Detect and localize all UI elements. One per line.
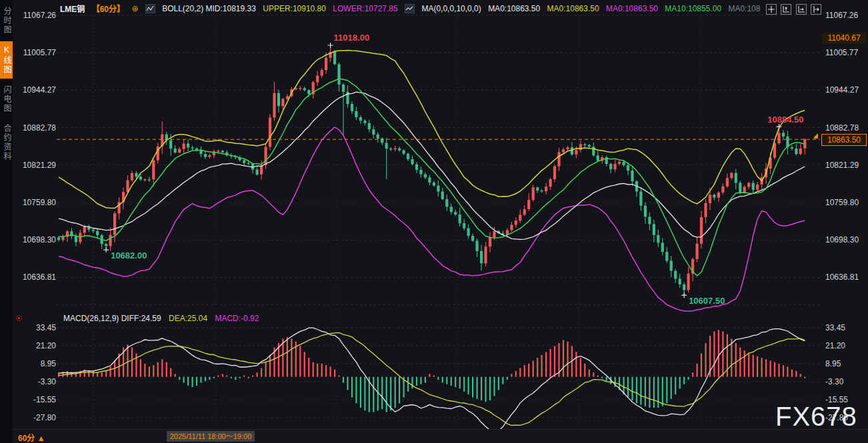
axis-tick-label: -27.80 (33, 413, 56, 422)
chart-toolbar (765, 3, 821, 15)
axis-tick-label: 33.45 (36, 323, 56, 332)
indicator-header: LME铜 【60分】 ⊕ BOLL(20,2) MID:10819.33 UPP… (60, 3, 765, 13)
price-annotations: 11018.0010682.0010884.5010607.50 (103, 33, 803, 306)
axis-tick-label: 11067.26 (23, 11, 56, 20)
session-high-marker: 11040.67 (822, 33, 866, 43)
ma-value-1: MA0:10863.50 (488, 4, 540, 13)
axis-tick-label: 11067.26 (825, 11, 858, 20)
macd-diff-value: MACD(26,12,9) DIFF:24.59 (63, 314, 161, 323)
macd-indicator-icon[interactable] (15, 313, 23, 325)
ma-value-5: MA0:108 (728, 4, 760, 13)
instrument-name: LME铜 (60, 5, 85, 14)
axis-tick-label: 8.95 (41, 359, 57, 368)
crosshair-icon[interactable] (766, 4, 777, 15)
axis-tick-label: -3.30 (825, 377, 844, 386)
time-axis-bar: 60分 ▲ 2025/11/11 18:00～19:00 二 (0, 429, 868, 443)
overlay-lines (59, 50, 805, 311)
ma-params: MA(0,0,0,10,0,0) (421, 4, 481, 13)
boll-mid-value: BOLL(20,2) MID:10819.33 (162, 4, 256, 13)
axis-tick-label: 33.45 (825, 323, 845, 332)
chart-canvas[interactable]: 11018.0010682.0010884.5010607.5011067.26… (0, 0, 868, 443)
axis-tick-label: 10698.30 (825, 235, 859, 244)
sidebar-tab-lightning-chart[interactable]: 闪电图 (0, 81, 13, 117)
boll-upper-value: UPPER:10910.80 (263, 4, 326, 13)
axis-tick-label: -3.30 (38, 377, 57, 386)
settings-icon[interactable]: ⊕ (131, 4, 138, 13)
axis-labels: 11067.2611067.2611005.7711005.7710944.27… (23, 11, 859, 441)
ma-value-2: MA0:10863.50 (547, 4, 599, 13)
pan-x-axis-icon[interactable] (796, 4, 807, 15)
chart-type-sidebar: 分时图 K线图 闪电图 合约资料 (0, 0, 13, 443)
axis-tick-label: 21.20 (825, 341, 845, 350)
fx678-watermark: FX678 (775, 402, 857, 432)
axis-tick-label: -15.55 (33, 395, 56, 404)
axis-tick-label: 11005.77 (825, 48, 858, 57)
macd-dea-value: DEA:25.04 (169, 314, 207, 323)
ma-indicator-icon[interactable] (405, 4, 415, 13)
macd-hist-value: MACD:-0.92 (215, 314, 259, 323)
axis-tick-label: 10636.81 (23, 272, 56, 282)
boll-lower-value: LOWER:10727.85 (333, 4, 397, 13)
axis-tick-label: 10944.27 (825, 85, 859, 95)
price-up-arrow-icon (812, 130, 820, 142)
axis-tick-label: 10882.78 (23, 123, 56, 133)
axis-tick-label: 21.20 (36, 341, 56, 350)
extreme-price-label: 10884.50 (767, 115, 803, 125)
axis-tick-label: 10759.80 (23, 198, 56, 207)
extreme-price-label: 11018.00 (334, 33, 370, 43)
axis-tick-label: 10944.27 (23, 85, 56, 95)
extreme-price-label: 10682.00 (111, 250, 147, 260)
ma10-value: MA10:10855.00 (665, 4, 721, 13)
macd-lines (59, 328, 805, 433)
sidebar-tab-kline-chart[interactable]: K线图 (0, 41, 13, 79)
ma-value-3: MA0:10863.50 (606, 4, 658, 13)
axis-tick-label: 10821.29 (825, 161, 859, 170)
go-to-latest-icon[interactable] (811, 4, 821, 15)
sidebar-tab-contract-info[interactable]: 合约资料 (0, 120, 13, 165)
axis-tick-label: 10698.30 (23, 235, 56, 244)
period-status[interactable]: 60分 ▲ (18, 432, 45, 443)
trading-terminal: 11018.0010682.0010884.5010607.5011067.26… (0, 0, 868, 443)
macd-header: MACD(26,12,9) DIFF:24.59 DEA:25.04 MACD:… (63, 314, 264, 323)
period-selector[interactable]: 【60分】 (92, 5, 125, 14)
axis-tick-label: 10882.78 (825, 123, 859, 133)
axis-tick-label: 8.95 (825, 359, 841, 368)
zoom-y-axis-icon[interactable] (781, 4, 791, 15)
axis-tick-label: 10636.81 (825, 272, 859, 282)
axis-tick-label: 10759.80 (825, 198, 859, 207)
current-price-marker: 10863.50 (821, 134, 867, 146)
extreme-price-label: 10607.50 (689, 296, 725, 306)
sidebar-tab-time-chart[interactable]: 分时图 (0, 3, 13, 39)
boll-indicator-icon[interactable] (145, 4, 155, 13)
up-triangle-icon: ▲ (37, 434, 45, 443)
axis-tick-label: 11005.77 (23, 48, 56, 57)
axis-tick-label: 10821.29 (23, 161, 56, 170)
selected-candle-time: 2025/11/11 18:00～19:00 二 (167, 431, 255, 442)
